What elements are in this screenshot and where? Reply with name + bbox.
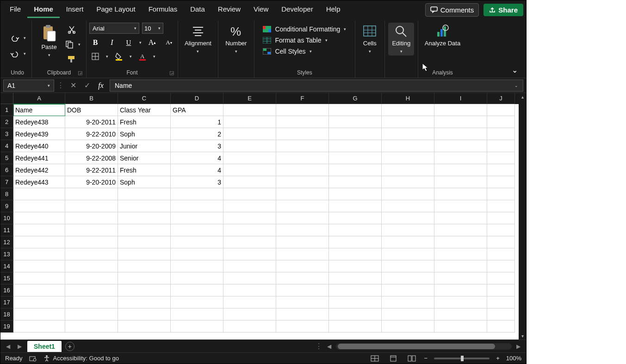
cell-E17[interactable] [223, 296, 276, 308]
cell-A17[interactable] [13, 296, 65, 308]
cell-I2[interactable] [434, 116, 487, 128]
font-launcher[interactable]: ◲ [169, 70, 174, 76]
cell-I7[interactable] [434, 176, 487, 188]
cell-J4[interactable] [487, 140, 515, 152]
cell-G7[interactable] [329, 176, 382, 188]
cell-G3[interactable] [329, 128, 382, 140]
grow-font-button[interactable]: A▴ [146, 37, 158, 48]
row-header-14[interactable]: 14 [0, 260, 13, 272]
font-name-input[interactable] [89, 23, 139, 34]
cell-G5[interactable] [329, 152, 382, 164]
view-page-break-button[interactable] [406, 354, 418, 363]
cell-C6[interactable]: Fresh [118, 164, 171, 176]
cell-D15[interactable] [171, 272, 223, 284]
cell-B14[interactable] [65, 260, 118, 272]
cell-A6[interactable]: Redeye442 [13, 164, 65, 176]
format-as-table-button[interactable]: Format as Table▾ [263, 37, 346, 44]
cell-H3[interactable] [382, 128, 434, 140]
cell-A7[interactable]: Redeye443 [13, 176, 65, 188]
cell-A4[interactable]: Redeye440 [13, 140, 65, 152]
row-header-6[interactable]: 6 [0, 164, 13, 176]
cell-G4[interactable] [329, 140, 382, 152]
cell-D14[interactable] [171, 260, 223, 272]
cell-I11[interactable] [434, 224, 487, 236]
zoom-slider[interactable] [434, 358, 490, 359]
row-header-7[interactable]: 7 [0, 176, 13, 188]
cell-C3[interactable]: Soph [118, 128, 171, 140]
cell-F3[interactable] [276, 128, 329, 140]
cell-C7[interactable]: Soph [118, 176, 171, 188]
cell-H1[interactable] [382, 104, 434, 116]
cell-I6[interactable] [434, 164, 487, 176]
cell-D9[interactable] [171, 200, 223, 212]
cell-J10[interactable] [487, 212, 515, 224]
cell-I17[interactable] [434, 296, 487, 308]
undo-caret[interactable]: ▾ [24, 36, 26, 40]
cell-J13[interactable] [487, 248, 515, 260]
redo-button[interactable] [9, 49, 21, 59]
cell-B10[interactable] [65, 212, 118, 224]
cell-C15[interactable] [118, 272, 171, 284]
cell-A2[interactable]: Redeye438 [13, 116, 65, 128]
cell-E7[interactable] [223, 176, 276, 188]
tab-file[interactable]: File [3, 1, 27, 18]
cell-B4[interactable]: 9-20-2009 [65, 140, 118, 152]
row-header-1[interactable]: 1 [0, 104, 13, 116]
cell-D12[interactable] [171, 236, 223, 248]
row-header-8[interactable]: 8 [0, 188, 13, 200]
cell-H12[interactable] [382, 236, 434, 248]
cell-G8[interactable] [329, 188, 382, 200]
tab-formulas[interactable]: Formulas [142, 1, 184, 18]
cell-C5[interactable]: Senior [118, 152, 171, 164]
cell-E1[interactable] [223, 104, 276, 116]
tab-data[interactable]: Data [184, 1, 211, 18]
cell-C9[interactable] [118, 200, 171, 212]
cell-E13[interactable] [223, 248, 276, 260]
cell-B16[interactable] [65, 284, 118, 296]
cell-F7[interactable] [276, 176, 329, 188]
undo-button[interactable] [9, 33, 21, 43]
cell-F9[interactable] [276, 200, 329, 212]
cell-E14[interactable] [223, 260, 276, 272]
cell-J12[interactable] [487, 236, 515, 248]
cell-B7[interactable]: 9-20-2010 [65, 176, 118, 188]
cell-G19[interactable] [329, 321, 382, 333]
cell-B1[interactable]: DOB [65, 104, 118, 116]
cell-G15[interactable] [329, 272, 382, 284]
cell-I15[interactable] [434, 272, 487, 284]
fill-color-button[interactable] [113, 51, 125, 62]
sheet-tab-active[interactable]: Sheet1 [27, 341, 62, 352]
cell-F13[interactable] [276, 248, 329, 260]
tab-developer[interactable]: Developer [275, 1, 319, 18]
hscroll-left[interactable]: ◀ [325, 343, 333, 350]
cell-F4[interactable] [276, 140, 329, 152]
cell-G2[interactable] [329, 116, 382, 128]
cell-C16[interactable] [118, 284, 171, 296]
cell-J6[interactable] [487, 164, 515, 176]
number-button[interactable]: % Number ▾ [222, 23, 250, 56]
cell-D11[interactable] [171, 224, 223, 236]
alignment-button[interactable]: Alignment ▾ [181, 23, 215, 56]
cell-E16[interactable] [223, 284, 276, 296]
cell-A12[interactable] [13, 236, 65, 248]
cell-G1[interactable] [329, 104, 382, 116]
cell-C10[interactable] [118, 212, 171, 224]
font-color-button[interactable]: A [136, 51, 149, 62]
cell-A3[interactable]: Redeye439 [13, 128, 65, 140]
cell-G13[interactable] [329, 248, 382, 260]
view-page-layout-button[interactable] [387, 354, 399, 363]
hscroll-right[interactable]: ▶ [514, 343, 522, 350]
cell-B2[interactable]: 9-20-2011 [65, 116, 118, 128]
cell-I9[interactable] [434, 200, 487, 212]
expand-formula-bar[interactable]: ⌄ [514, 83, 518, 88]
cell-D18[interactable] [171, 308, 223, 321]
cell-E19[interactable] [223, 321, 276, 333]
font-size-input[interactable] [142, 23, 163, 34]
cell-B9[interactable] [65, 200, 118, 212]
cell-B17[interactable] [65, 296, 118, 308]
cell-I13[interactable] [434, 248, 487, 260]
tab-review[interactable]: Review [211, 1, 247, 18]
cell-I1[interactable] [434, 104, 487, 116]
cell-H7[interactable] [382, 176, 434, 188]
zoom-in-button[interactable]: + [496, 355, 500, 362]
